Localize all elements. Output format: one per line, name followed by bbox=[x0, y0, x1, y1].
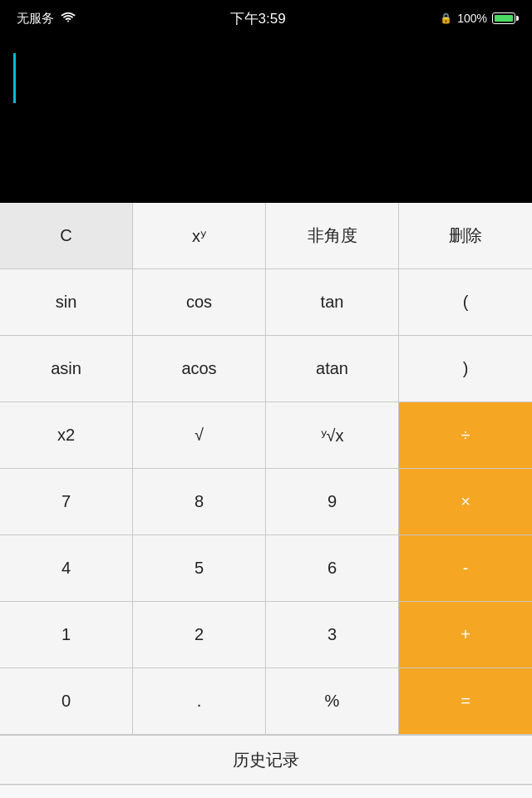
mode-btn[interactable]: 非角度 bbox=[266, 203, 399, 269]
sin-btn[interactable]: sin bbox=[0, 269, 133, 336]
calculator: Cxʸ非角度删除sincostan(asinacosatan)x2√ʸ√x÷78… bbox=[0, 203, 532, 735]
status-right: 🔒 100% bbox=[440, 12, 515, 25]
sqrt-btn[interactable]: √ bbox=[133, 402, 266, 469]
battery-pct: 100% bbox=[457, 12, 487, 25]
ysqrt-btn[interactable]: ʸ√x bbox=[266, 402, 399, 469]
sub-btn[interactable]: - bbox=[399, 535, 532, 602]
dot-btn[interactable]: . bbox=[133, 668, 266, 735]
8-btn[interactable]: 8 bbox=[133, 469, 266, 535]
eq-btn[interactable]: = bbox=[399, 668, 532, 735]
x2-btn[interactable]: x2 bbox=[0, 402, 133, 469]
status-time: 下午3:59 bbox=[230, 9, 286, 28]
div-btn[interactable]: ÷ bbox=[399, 402, 532, 469]
9-btn[interactable]: 9 bbox=[266, 469, 399, 535]
status-left: 无服务 bbox=[17, 11, 76, 27]
tan-btn[interactable]: tan bbox=[266, 269, 399, 336]
1-btn[interactable]: 1 bbox=[0, 602, 133, 668]
cursor bbox=[13, 53, 16, 103]
mul-btn[interactable]: × bbox=[399, 469, 532, 535]
6-btn[interactable]: 6 bbox=[266, 535, 399, 602]
atan-btn[interactable]: atan bbox=[266, 336, 399, 402]
battery-icon bbox=[492, 12, 515, 24]
rparen-btn[interactable]: ) bbox=[399, 336, 532, 402]
4-btn[interactable]: 4 bbox=[0, 535, 133, 602]
clear-btn[interactable]: C bbox=[0, 203, 133, 269]
lparen-btn[interactable]: ( bbox=[399, 269, 532, 336]
wifi-icon bbox=[61, 12, 76, 26]
carrier-text: 无服务 bbox=[17, 11, 54, 27]
display-area bbox=[0, 37, 532, 203]
pct-btn[interactable]: % bbox=[266, 668, 399, 735]
5-btn[interactable]: 5 bbox=[133, 535, 266, 602]
delete-btn[interactable]: 删除 bbox=[399, 203, 532, 269]
lock-icon: 🔒 bbox=[440, 12, 452, 24]
acos-btn[interactable]: acos bbox=[133, 336, 266, 402]
3-btn[interactable]: 3 bbox=[266, 602, 399, 668]
asin-btn[interactable]: asin bbox=[0, 336, 133, 402]
history-button[interactable]: 历史记录 bbox=[0, 735, 532, 785]
power-btn[interactable]: xʸ bbox=[133, 203, 266, 269]
status-bar: 无服务 下午3:59 🔒 100% bbox=[0, 0, 532, 37]
cos-btn[interactable]: cos bbox=[133, 269, 266, 336]
add-btn[interactable]: + bbox=[399, 602, 532, 668]
0-btn[interactable]: 0 bbox=[0, 668, 133, 735]
7-btn[interactable]: 7 bbox=[0, 469, 133, 535]
2-btn[interactable]: 2 bbox=[133, 602, 266, 668]
bottom-tab-bar: a b c 公式集 自定义 + - × = 计算器 设置 bbox=[0, 785, 532, 798]
